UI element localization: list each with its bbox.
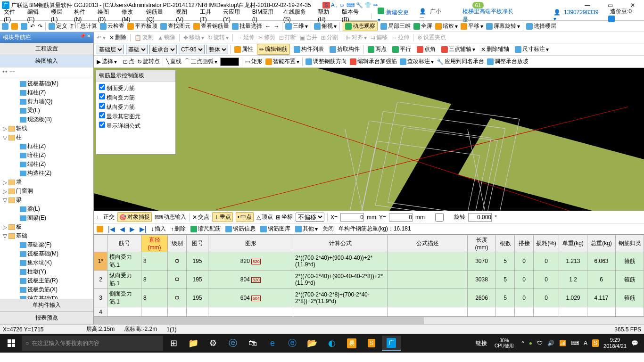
tray-up-icon[interactable]: ^ — [521, 340, 524, 346]
component-tree[interactable]: 筏板基础(M)框柱(Z)剪力墙(Q)梁(L)现浇板(B)▷轴线▽柱框柱(Z)暗柱… — [0, 78, 93, 299]
tray-volume-icon[interactable]: 🔊 — [547, 340, 554, 346]
tab-report-preview[interactable]: 报表预览 — [0, 312, 93, 324]
tree-node[interactable]: 集水坑(K) — [1, 258, 92, 267]
column-header[interactable]: 搭接 — [515, 235, 534, 252]
component-list-button[interactable]: 构件列表 — [292, 44, 326, 54]
tree-node[interactable]: 筏板负筋(X) — [1, 285, 92, 294]
define-button[interactable]: 定义 — [49, 22, 67, 30]
tree-node[interactable]: 梁(L) — [1, 106, 92, 115]
point-button[interactable]: ⊡ 点 — [123, 58, 134, 66]
rotate-button[interactable]: ↻ 旋转 ▾ — [208, 33, 229, 41]
tree-node[interactable]: 框柱(Z) — [1, 88, 92, 97]
menu-bim[interactable]: BIM应用(I) — [250, 7, 280, 24]
lock-icon[interactable] — [97, 226, 103, 232]
tray-clock[interactable]: 9:292018/4/21 — [603, 337, 627, 349]
tab-draw-input[interactable]: 绘图输入 — [0, 55, 93, 67]
column-header[interactable]: 单重(kg) — [559, 235, 587, 252]
rebar-info-button[interactable]: 钢筋信息 — [225, 225, 256, 233]
tree-node[interactable]: 柱墩(Y) — [1, 267, 92, 276]
tab-single-component[interactable]: 单构件输入 — [0, 299, 93, 312]
scale-rebar-button[interactable]: 缩尺配筋 — [190, 225, 221, 233]
tree-node[interactable]: 剪力墙(Q) — [1, 97, 92, 106]
tray-wifi-icon[interactable]: 📶 — [559, 340, 566, 346]
tray-shield-icon[interactable]: 🛡 — [537, 340, 543, 346]
display-option[interactable]: 纵向受力筋 — [99, 102, 173, 112]
align-top-button[interactable]: 平齐板顶 — [127, 22, 157, 30]
column-header[interactable]: 根数 — [496, 235, 515, 252]
tree-node[interactable]: 筏板基础(M) — [1, 249, 92, 258]
menu-edit[interactable]: 编辑(E) — [25, 7, 47, 24]
tree-node[interactable]: 圈梁(E) — [1, 214, 92, 222]
taskbar-orange-icon[interactable]: 易 — [342, 336, 361, 351]
column-header[interactable]: 长度(mm) — [468, 235, 496, 252]
y-input[interactable] — [389, 213, 413, 222]
taskbar-spiral-icon[interactable]: ⚙ — [204, 336, 223, 351]
menu-view[interactable]: 视图(V) — [174, 7, 196, 24]
last-button[interactable]: ▶| — [140, 225, 147, 233]
open-button[interactable] — [11, 23, 18, 30]
coin-label[interactable]: 造价豆:0 — [606, 7, 642, 25]
taskbar-store-icon[interactable]: 🛍 — [243, 336, 262, 351]
grip-button[interactable]: ⚙ 设置夹点 — [417, 33, 446, 41]
rebar-display-panel[interactable]: 钢筋显示控制面板 侧面受力筋 横向受力筋 纵向受力筋 显示其它图元 显示详细公式 — [96, 70, 176, 155]
undo2-button[interactable]: ↶ ▾ — [97, 34, 106, 41]
dim-button[interactable]: 尺寸标注 ▾ — [513, 44, 551, 54]
tree-node[interactable]: ▷板 — [1, 222, 92, 231]
rect-button[interactable]: ▭ 矩形 — [245, 58, 263, 66]
batch-select-button[interactable]: 批量选择 — [232, 22, 262, 30]
table-row[interactable]: 2 纵向受力筋.18Φ195 804 820 2*((700-2*40)+(90… — [94, 271, 644, 289]
osnap-button[interactable]: 🎯 对象捕捉 — [117, 212, 152, 222]
zoom-button[interactable]: 缩放 ▾ — [435, 22, 458, 30]
rebar-grid[interactable]: 筋号直径(mm)级别图号图形计算公式公式描述长度(mm)根数搭接损耗(%)单重(… — [94, 234, 644, 317]
first-button[interactable]: |◀ — [108, 225, 115, 233]
dynamic-view-button[interactable]: 动态观察 — [343, 21, 378, 31]
menu-file[interactable]: 文件(F) — [2, 7, 24, 24]
dyn-input-button[interactable]: ⌨ 动态输入 — [155, 213, 186, 221]
tree-node[interactable]: ▷门窗洞 — [1, 187, 92, 196]
taskbar-edge-icon[interactable]: ⓔ — [223, 336, 242, 351]
next-button[interactable]: ▶ — [130, 225, 135, 233]
taskbar-explorer-icon[interactable]: 📁 — [184, 336, 203, 351]
tree-node[interactable]: 框柱(Z) — [1, 142, 92, 151]
column-header[interactable]: 筋号 — [107, 235, 141, 252]
smart-button[interactable]: 智能布置 ▾ — [265, 58, 299, 66]
redo-button[interactable]: ↷ — [38, 23, 42, 30]
component-select[interactable]: 桩承台 — [149, 45, 177, 54]
mirror-button[interactable]: ▲ 镜像 — [157, 33, 175, 41]
del-aux-button[interactable]: ✕ 删除辅轴 — [479, 44, 511, 54]
column-header[interactable]: 公式描述 — [388, 235, 468, 252]
select-button[interactable]: ▶ 选择 ▾ — [97, 58, 117, 66]
menu-online[interactable]: 在线服务(S) — [281, 7, 314, 24]
top-view-button[interactable]: 俯视 ▾ — [314, 22, 337, 30]
menu-component[interactable]: 构件(N) — [72, 7, 94, 24]
3d-viewport[interactable]: 钢筋显示控制面板 侧面受力筋 横向受力筋 纵向受力筋 显示其它图元 显示详细公式 — [94, 68, 644, 211]
delete-button[interactable]: ✕ 删除 — [109, 33, 126, 41]
two-point-button[interactable]: 两点 — [366, 44, 388, 54]
column-header[interactable]: 图号 — [187, 235, 208, 252]
tab-project-settings[interactable]: 工程设置 — [0, 43, 93, 55]
collapse-icon[interactable]: ⁻⁻ — [9, 69, 15, 76]
taskbar-folder2-icon[interactable]: 📂 — [303, 336, 322, 351]
menu-tool[interactable]: 工具(T) — [198, 7, 220, 24]
pin-icon[interactable]: 📌 ✕ — [80, 33, 91, 41]
cpu-meter[interactable]: 30%CPU使用 — [495, 338, 514, 348]
taskbar-sublime-icon[interactable]: S — [362, 336, 381, 351]
check-dim-button[interactable]: 查改标注 ▾ — [400, 58, 434, 66]
split-button[interactable]: ⊞ 分割 — [321, 33, 338, 41]
parallel-button[interactable]: 平行 — [390, 44, 413, 54]
select-floor-button[interactable]: 选择楼层 — [526, 22, 556, 30]
table-row[interactable]: 3 侧面受力筋.18Φ195 604 604 2*((700-2*40-2*8)… — [94, 289, 644, 307]
rot-point-button[interactable]: ↻ 旋转点 — [137, 58, 160, 66]
mid-button[interactable]: • 中点 — [236, 212, 254, 222]
perp-button[interactable]: ⊥ 垂点 — [212, 212, 233, 222]
adjust-ct-button[interactable]: 调整承台放坡 — [487, 58, 528, 66]
extend-button[interactable]: → 延伸 — [237, 33, 255, 41]
pan-button[interactable]: 平移 ▾ — [461, 22, 483, 30]
tree-node[interactable]: ▽基础 — [1, 231, 92, 240]
tree-node[interactable]: 筏板基础(M) — [1, 79, 92, 88]
line-button[interactable]: ╲ 直线 — [166, 58, 182, 66]
new-change-button[interactable]: 新建变更 ▾ — [376, 7, 415, 24]
back-button[interactable]: ← — [265, 23, 271, 30]
insert-button[interactable]: ↓ 插入 — [151, 225, 166, 233]
tree-node[interactable]: 暗柱(Z) — [1, 151, 92, 160]
